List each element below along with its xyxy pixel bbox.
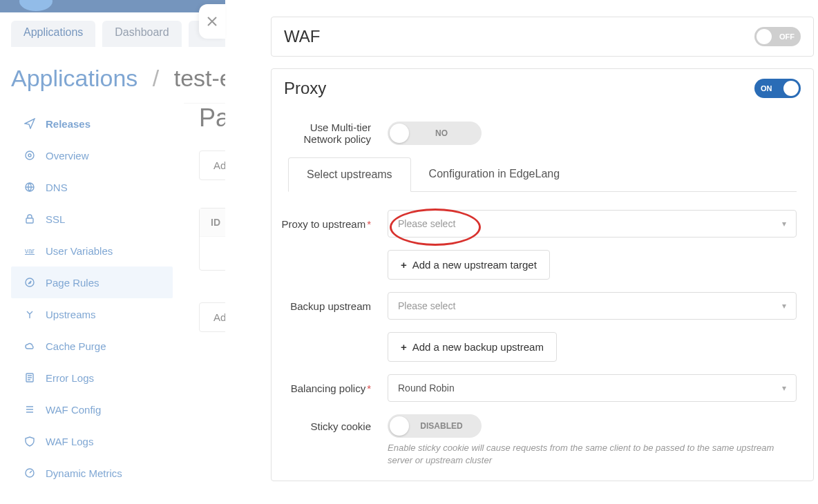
backup-upstream-select[interactable]: Please select ▾ — [388, 292, 797, 320]
select-value: Round Robin — [398, 382, 455, 394]
chevron-down-icon: ▾ — [782, 301, 786, 311]
close-icon — [205, 14, 219, 28]
multi-tier-toggle[interactable]: NO — [388, 122, 482, 145]
toggle-knob — [390, 124, 409, 143]
tab-config-edgelang[interactable]: Configuration in EdgeLang — [411, 157, 578, 192]
btn-label: Add a new backup upstream — [412, 341, 544, 353]
modal: WAF OFF Proxy ON Use Multi-tier Network … — [225, 0, 818, 504]
modal-close-button[interactable] — [199, 4, 225, 39]
proxy-title: Proxy — [284, 79, 326, 98]
add-backup-upstream-button[interactable]: + Add a new backup upstream — [388, 332, 557, 362]
chevron-down-icon: ▾ — [782, 219, 786, 229]
toggle-knob — [783, 81, 799, 96]
proxy-to-upstream-label: Proxy to upstream* — [272, 218, 388, 230]
waf-title: WAF — [284, 27, 320, 46]
multi-tier-label: Use Multi-tier Network policy — [272, 122, 388, 145]
plus-icon: + — [401, 341, 407, 353]
waf-card: WAF OFF — [271, 17, 814, 57]
btn-label: Add a new upstream target — [412, 259, 537, 271]
select-placeholder: Please select — [398, 218, 455, 229]
toggle-label: DISABLED — [420, 421, 462, 431]
toggle-label: OFF — [773, 32, 801, 41]
tab-select-upstreams[interactable]: Select upstreams — [288, 157, 411, 192]
select-placeholder: Please select — [398, 300, 455, 311]
chevron-down-icon: ▾ — [782, 383, 786, 393]
sticky-cookie-hint: Enable sticky cookie will cause requests… — [388, 442, 797, 467]
toggle-label: ON — [754, 84, 779, 93]
toggle-knob — [757, 29, 772, 44]
toggle-label: NO — [435, 128, 448, 138]
proxy-toggle[interactable]: ON — [754, 79, 801, 98]
add-upstream-target-button[interactable]: + Add a new upstream target — [388, 250, 550, 280]
sticky-cookie-toggle[interactable]: DISABLED — [388, 414, 482, 438]
plus-icon: + — [401, 259, 407, 271]
balancing-policy-select[interactable]: Round Robin ▾ — [388, 374, 797, 402]
backup-upstream-label: Backup upstream — [272, 300, 388, 312]
proxy-to-upstream-select[interactable]: Please select ▾ — [388, 210, 797, 238]
balancing-policy-label: Balancing policy* — [272, 382, 388, 394]
toggle-knob — [390, 416, 409, 436]
proxy-card: Proxy ON Use Multi-tier Network policy N… — [271, 68, 814, 481]
sticky-cookie-label: Sticky cookie — [272, 420, 388, 432]
waf-toggle[interactable]: OFF — [754, 27, 801, 46]
